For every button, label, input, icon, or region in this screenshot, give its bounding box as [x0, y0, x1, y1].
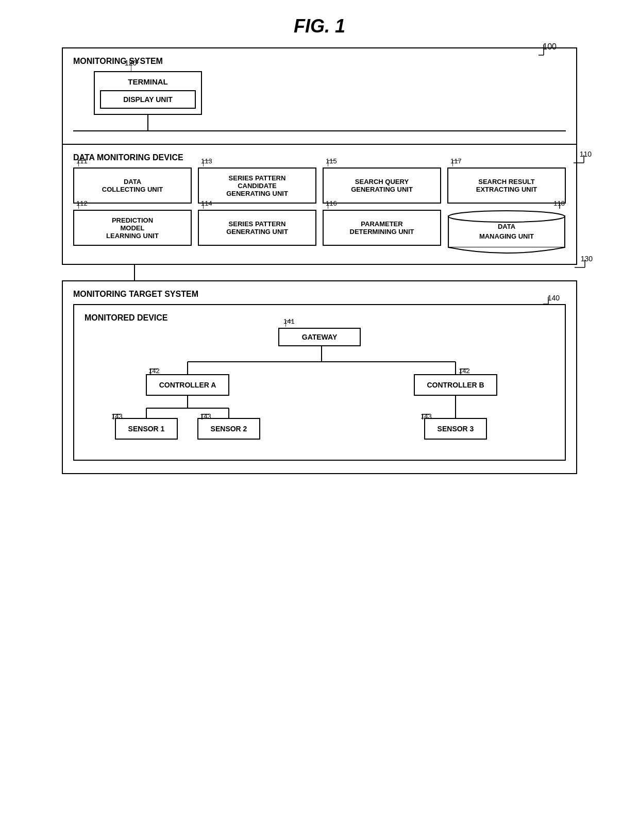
monitoring-system-label: MONITORING SYSTEM [73, 57, 566, 66]
gateway-box: GATEWAY [278, 328, 361, 346]
unit-117-wrapper: 117 SEARCH RESULTEXTRACTING UNIT [447, 167, 566, 204]
series-pattern-candidate-unit: SERIES PATTERNCANDIDATEGENERATING UNIT [198, 167, 316, 204]
parameter-determining-unit: PARAMETERDETERMINING UNIT [323, 210, 441, 246]
monitored-device-box: 140 MONITORED DEVICE 141 GATEWAY [73, 304, 566, 461]
mid-connector-line [134, 265, 135, 280]
unit-116-wrapper: 116 PARAMETERDETERMINING UNIT [323, 210, 441, 254]
ref-140-line [543, 297, 553, 306]
unit-112-wrapper: 112 PREDICTIONMODELLEARNING UNIT [73, 210, 192, 254]
terminal-box: TERMINAL DISPLAY UNIT [94, 71, 202, 115]
monitoring-system-box: MONITORING SYSTEM 120 TERMINAL DISPLAY U… [62, 47, 577, 145]
terminal-label: TERMINAL [100, 77, 196, 86]
unit-115-wrapper: 115 SEARCH QUERYGENERATING UNIT [323, 167, 441, 204]
gateway-wrapper: 141 GATEWAY [278, 328, 361, 346]
page-title: FIG. 1 [294, 15, 345, 37]
data-managing-label: DATAMANAGING UNIT [479, 222, 534, 241]
data-collecting-unit: DATACOLLECTING UNIT [73, 167, 192, 204]
search-result-extracting-unit: SEARCH RESULTEXTRACTING UNIT [447, 167, 566, 204]
monitoring-target-box: MONITORING TARGET SYSTEM 140 MONITORED D… [62, 280, 577, 474]
connections-svg: CONTROLLER A 142 CONTROLLER B 142 [85, 346, 559, 449]
svg-point-23 [448, 211, 565, 222]
series-pattern-generating-unit: SERIES PATTERNGENERATING UNIT [198, 210, 316, 246]
horizontal-divider [73, 130, 566, 131]
prediction-model-learning-unit: PREDICTIONMODELLEARNING UNIT [73, 210, 192, 246]
svg-text:SENSOR 2: SENSOR 2 [211, 425, 247, 433]
unit-118-wrapper: 118 DATAMANAGING UNIT [447, 210, 566, 254]
data-monitoring-device-box: 110 DATA MONITORING DEVICE 111 DATACOLLE… [62, 145, 577, 265]
svg-text:SENSOR 1: SENSOR 1 [128, 425, 165, 433]
units-bottom-row: 112 PREDICTIONMODELLEARNING UNIT 114 SER… [73, 210, 566, 254]
data-monitoring-label: DATA MONITORING DEVICE [73, 153, 566, 162]
units-top-row: 111 DATACOLLECTING UNIT 113 SERIES PATTE… [73, 167, 566, 204]
unit-111-wrapper: 111 DATACOLLECTING UNIT [73, 167, 192, 204]
svg-text:SENSOR 3: SENSOR 3 [438, 425, 474, 433]
svg-text:CONTROLLER B: CONTROLLER B [427, 381, 484, 389]
ref-110-line [574, 155, 586, 165]
terminal-connector-line [147, 115, 148, 130]
monitored-device-label: MONITORED DEVICE [85, 313, 554, 323]
mid-connector [62, 265, 577, 280]
gateway-row: 141 GATEWAY [85, 328, 554, 346]
monitoring-target-label: MONITORING TARGET SYSTEM [73, 290, 566, 299]
display-unit-box: DISPLAY UNIT [100, 90, 196, 109]
unit-113-wrapper: 113 SERIES PATTERNCANDIDATEGENERATING UN… [198, 167, 316, 204]
ref-130-line [575, 260, 587, 270]
svg-text:CONTROLLER A: CONTROLLER A [159, 381, 216, 389]
unit-114-wrapper: 114 SERIES PATTERNGENERATING UNIT [198, 210, 316, 254]
search-query-generating-unit: SEARCH QUERYGENERATING UNIT [323, 167, 441, 204]
data-managing-unit-cylinder: DATAMANAGING UNIT [447, 210, 566, 254]
